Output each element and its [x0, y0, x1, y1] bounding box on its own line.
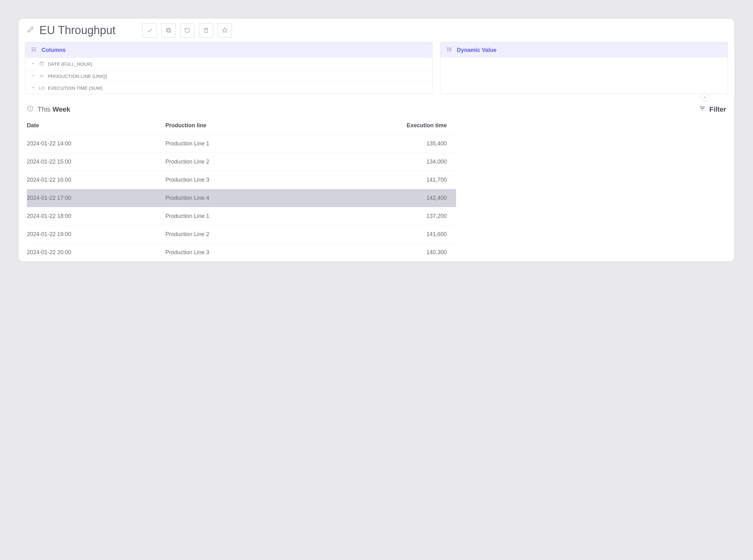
time-range-value: Week [53, 105, 70, 113]
results-table: Date Production line Execution time 2024… [27, 117, 456, 261]
filter-icon [699, 105, 706, 114]
col-header-date[interactable]: Date [27, 117, 165, 135]
svg-rect-0 [167, 29, 170, 32]
cell-line: Production Line 2 [165, 153, 302, 171]
confirm-button[interactable] [143, 23, 157, 38]
cell-exec: 142,400 [302, 189, 456, 207]
table-row[interactable]: 2024-01-22 17:00Production Line 4142,400 [27, 189, 456, 207]
cell-line: Production Line 1 [165, 207, 302, 225]
toolbar [143, 23, 232, 38]
refresh-button[interactable] [180, 23, 195, 38]
column-label: PRODUCTION LINE (UNIQ) [48, 74, 107, 79]
dynamic-value-panel: Dynamic Value [440, 42, 728, 94]
table-row[interactable]: 2024-01-22 15:00Production Line 2134,000 [27, 153, 456, 171]
filter-button[interactable]: Filter [699, 105, 726, 114]
column-item[interactable]: 123EXECUTION TIME (SUM) [25, 82, 432, 94]
svg-point-2 [32, 47, 33, 48]
table-header-row: Date Production line Execution time [27, 117, 456, 135]
cell-date: 2024-01-22 20:00 [27, 244, 165, 262]
cell-date: 2024-01-22 16:00 [27, 171, 165, 189]
dynamic-panel-title: Dynamic Value [457, 47, 496, 54]
cell-date: 2024-01-22 18:00 [27, 207, 165, 225]
time-range-prefix: This [38, 105, 50, 113]
cell-line: Production Line 3 [165, 244, 302, 262]
results-header: This Week Filter [19, 97, 734, 117]
delete-button[interactable] [199, 23, 213, 38]
type-icon [38, 61, 45, 67]
column-item[interactable]: DATE (FULL_HOUR) [25, 58, 432, 70]
svg-point-4 [32, 49, 33, 50]
cell-exec: 140,300 [302, 244, 456, 262]
cell-date: 2024-01-22 14:00 [27, 135, 165, 153]
columns-panel-title: Columns [42, 47, 66, 54]
report-header: EU Throughput [19, 19, 734, 42]
table-row[interactable]: 2024-01-22 19:00Production Line 2141,600 [27, 225, 456, 244]
cell-line: Production Line 4 [165, 189, 302, 207]
svg-rect-1 [166, 28, 169, 32]
column-item[interactable]: TrPRODUCTION LINE (UNIQ) [25, 70, 432, 82]
clock-icon [27, 105, 34, 114]
svg-point-6 [32, 51, 33, 51]
svg-rect-8 [40, 62, 43, 65]
cell-exec: 137,200 [302, 207, 456, 225]
edit-icon[interactable] [27, 26, 34, 35]
cell-exec: 135,400 [302, 135, 456, 153]
sliders-icon [446, 46, 452, 54]
dynamic-panel-header[interactable]: Dynamic Value [441, 42, 728, 58]
chevron-down-icon [31, 61, 35, 66]
time-range-selector[interactable]: This Week [27, 105, 70, 114]
type-icon: 123 [38, 86, 45, 91]
cell-exec: 141,600 [302, 225, 456, 244]
chevron-down-icon [31, 85, 35, 91]
table-row[interactable]: 2024-01-22 16:00Production Line 3141,700 [27, 171, 456, 189]
table-row[interactable]: 2024-01-22 18:00Production Line 1137,200 [27, 207, 456, 225]
columns-panel-header[interactable]: Columns [25, 42, 432, 58]
col-header-line[interactable]: Production line [165, 117, 302, 135]
chevron-down-icon [31, 74, 35, 79]
cell-date: 2024-01-22 17:00 [27, 189, 165, 207]
cell-line: Production Line 2 [165, 225, 302, 244]
cell-date: 2024-01-22 19:00 [27, 225, 165, 244]
cell-line: Production Line 3 [165, 171, 302, 189]
cell-date: 2024-01-22 15:00 [27, 153, 165, 171]
table-row[interactable]: 2024-01-22 20:00Production Line 3140,300 [27, 244, 456, 262]
column-label: DATE (FULL_HOUR) [48, 61, 92, 66]
copy-button[interactable] [161, 23, 176, 38]
columns-panel: Columns DATE (FULL_HOUR)TrPRODUCTION LIN… [25, 42, 433, 94]
report-title[interactable]: EU Throughput [39, 24, 116, 37]
col-header-exec[interactable]: Execution time [302, 117, 456, 135]
report-card: EU Throughput [19, 19, 734, 261]
cell-line: Production Line 1 [165, 135, 302, 153]
cell-exec: 141,700 [302, 171, 456, 189]
config-area: Columns DATE (FULL_HOUR)TrPRODUCTION LIN… [19, 42, 734, 97]
filter-label: Filter [709, 105, 726, 114]
table-row[interactable]: 2024-01-22 14:00Production Line 1135,400 [27, 135, 456, 153]
list-icon [31, 46, 37, 54]
type-icon: Tr [38, 74, 45, 79]
favorite-button[interactable] [218, 23, 232, 38]
cell-exec: 134,000 [302, 153, 456, 171]
column-label: EXECUTION TIME (SUM) [48, 85, 103, 91]
collapse-toggle[interactable] [700, 93, 709, 102]
